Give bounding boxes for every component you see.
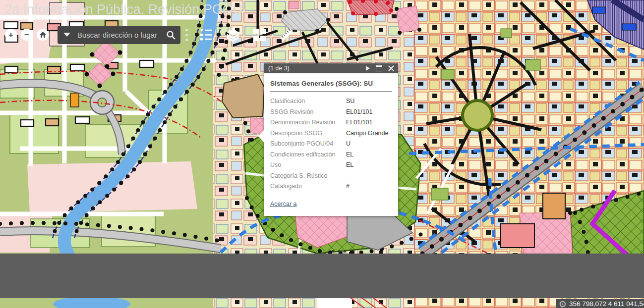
popup-header: (1 de 3) [264,63,398,73]
legend-icon [199,28,213,42]
field-value: SU [346,96,354,107]
panel-drag-handle[interactable] [332,250,346,253]
field-row: Descripción SSGG Campo Grande [270,128,393,139]
field-label: Catalogado [270,181,346,192]
next-icon [366,66,370,71]
layers-button[interactable] [226,28,240,42]
popup-pager: (1 de 3) [268,65,290,72]
field-row: Denominación Revisión EL01/101 [270,117,393,128]
search-source-dropdown[interactable] [58,33,76,37]
coordinates-readout: 356 798,072 4 611 041,54 [569,300,644,308]
home-icon [39,31,47,38]
zoom-out-button[interactable]: − [21,29,33,41]
search-icon [166,30,176,40]
zoom-in-button[interactable]: + [5,29,17,41]
legend-button[interactable] [199,28,213,42]
coordinates-widget: 356 798,072 4 611 041,54 [556,299,644,308]
search-box [58,26,180,44]
basemap-gallery-button[interactable] [253,28,266,42]
field-label: Denominación Revisión [270,117,346,128]
close-icon [388,65,394,71]
orange-block [70,93,79,107]
search-button[interactable] [161,30,180,40]
next-feature-button[interactable] [366,66,370,71]
search-input[interactable] [76,30,161,40]
field-value: EL01/101 [346,107,373,118]
zoom-to-link[interactable]: Acercar a [270,201,297,207]
field-label: Descripción SSGG [270,128,346,139]
plus-icon: + [8,31,13,39]
more-tools-button[interactable] [185,29,188,41]
popup-divider [270,91,392,92]
kebab-menu-icon [185,29,188,31]
toolbar: + − [5,25,294,44]
field-value: Campo Grande [346,128,388,139]
crosshair-icon[interactable] [559,300,567,308]
field-value: U [346,139,351,150]
field-label: Condiciones edificación [270,150,346,160]
maximize-button[interactable] [376,65,382,71]
basemap-gallery-icon [253,28,266,42]
popup-body: Sistemas Generales (SSGG): SU Clasificac… [264,73,398,216]
popup-pointer [258,130,264,143]
field-label: SSGG Revisión [270,107,346,118]
field-row: Condiciones edificación EL [270,150,393,160]
home-button[interactable] [37,29,49,41]
field-row: Subconjunto PGOU/04 U [270,139,393,150]
field-value: EL01/101 [346,117,373,128]
field-label: Subconjunto PGOU/04 [270,139,346,150]
field-label: Uso [270,160,346,171]
layers-icon [226,28,240,42]
field-value: EL [346,160,353,171]
field-label: Categoría S. Rústico [270,171,346,182]
feature-popup: (1 de 3) Sistemas Generales (SSGG): SU C… [264,63,398,216]
app-title: 2a Información Pública. Revisión PGOU [4,2,242,17]
dropdown-arrow-icon [63,33,70,37]
field-row: SSGG Revisión EL01/101 [270,107,393,118]
measure-icon [279,27,294,42]
field-label: Clasificación [270,96,346,107]
close-button[interactable] [388,65,394,71]
field-row: Categoría S. Rústico [270,171,393,182]
field-row: Uso EL [270,160,393,171]
field-value: # [346,181,350,192]
field-row: Clasificación SU [270,96,393,107]
field-row: Catalogado # [270,181,393,192]
minus-icon: − [24,31,29,39]
measure-button[interactable] [279,27,294,42]
maximize-icon [376,65,382,71]
popup-title: Sistemas Generales (SSGG): SU [270,80,393,87]
field-value: EL [346,150,353,160]
bottom-bar [0,254,644,298]
